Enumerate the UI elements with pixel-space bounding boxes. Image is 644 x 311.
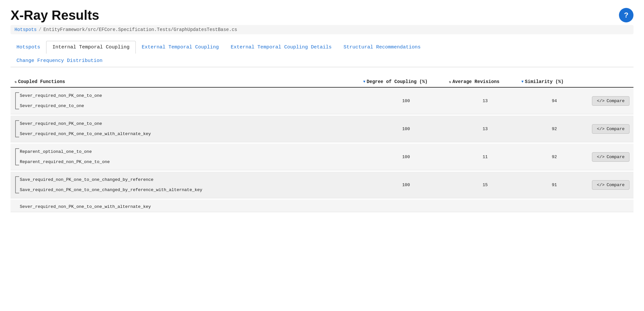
breadcrumb-current-path: EntityFramework/src/EFCore.Specification…: [44, 27, 237, 32]
coupled-functions-cell-4: Save_required_non_PK_one_to_one_changed_…: [15, 176, 363, 193]
breadcrumb-separator: /: [39, 27, 41, 32]
table-row-truncated: Sever_required_non_PK_one_to_one_with_al…: [11, 200, 633, 212]
coupled-functions-cell-2: Sever_required_non_PK_one_to_one Sever_r…: [15, 120, 363, 137]
col-label-degree: Degree of Coupling (%): [367, 79, 428, 84]
fn-name-2b: Sever_required_non_PK_one_to_one_with_al…: [20, 130, 363, 137]
table-row: Sever_required_non_PK_one_to_one Sever_r…: [11, 116, 633, 142]
bracket-icon: [15, 148, 19, 165]
degree-cell-4: 100: [363, 183, 449, 187]
col-label-coupled-functions: Coupled Functions: [18, 79, 65, 84]
col-label-similarity: Similarity (%): [525, 79, 564, 84]
compare-code-icon-4: </>: [597, 183, 604, 187]
tabs-container: Hotspots Internal Temporal Coupling Exte…: [11, 41, 633, 67]
degree-cell-2: 100: [363, 127, 449, 131]
compare-button-1[interactable]: </> Compare: [592, 96, 629, 106]
fn-name-2a: Sever_required_non_PK_one_to_one: [20, 120, 363, 127]
compare-button-2[interactable]: </> Compare: [592, 124, 629, 134]
tab-external-temporal-coupling[interactable]: External Temporal Coupling: [136, 41, 225, 53]
col-header-coupled-functions[interactable]: ⇅ Coupled Functions: [15, 79, 363, 84]
tab-hotspots[interactable]: Hotspots: [11, 41, 46, 53]
sort-icon-similarity: ▼: [521, 80, 524, 84]
table-row: Reparent_optional_one_to_one Reparent_re…: [11, 144, 633, 170]
table-row: Sever_required_non_PK_one_to_one Sever_r…: [11, 88, 633, 114]
degree-cell-1: 100: [363, 99, 449, 103]
col-label-revisions: Average Revisions: [453, 79, 500, 84]
compare-cell-2: </> Compare: [587, 124, 633, 134]
col-header-similarity[interactable]: ▼ Similarity (%): [521, 79, 587, 84]
bracket-icon: [15, 92, 19, 109]
similarity-cell-1: 94: [521, 99, 587, 103]
tab-external-temporal-coupling-details[interactable]: External Temporal Coupling Details: [225, 41, 337, 53]
col-header-revisions[interactable]: ⇅ Average Revisions: [449, 79, 521, 84]
similarity-cell-2: 92: [521, 127, 587, 131]
bracket-icon: [15, 176, 19, 193]
coupled-functions-cell-3: Reparent_optional_one_to_one Reparent_re…: [15, 148, 363, 165]
degree-cell-3: 100: [363, 155, 449, 159]
tabs-row-2: Change Frequency Distribution: [11, 53, 633, 67]
fn-name-4a: Save_required_non_PK_one_to_one_changed_…: [20, 176, 363, 183]
sort-icon-revisions: ⇅: [449, 80, 451, 84]
col-header-degree[interactable]: ▼ Degree of Coupling (%): [363, 79, 449, 84]
breadcrumb-hotspots-link[interactable]: Hotspots: [15, 27, 37, 32]
fn-name-1b: Sever_required_one_to_one: [20, 102, 363, 109]
sort-icon-degree: ▼: [363, 80, 366, 84]
compare-button-3[interactable]: </> Compare: [592, 152, 629, 162]
similarity-cell-3: 92: [521, 155, 587, 159]
tab-internal-temporal-coupling[interactable]: Internal Temporal Coupling: [46, 41, 136, 54]
tab-change-frequency-distribution[interactable]: Change Frequency Distribution: [11, 55, 108, 67]
breadcrumb: Hotspots / EntityFramework/src/EFCore.Sp…: [11, 25, 633, 34]
fn-name-truncated: Sever_required_non_PK_one_to_one_with_al…: [20, 204, 151, 209]
sort-icon-coupled: ⇅: [15, 80, 17, 84]
compare-label-3: Compare: [606, 155, 625, 159]
compare-label-4: Compare: [606, 183, 625, 187]
compare-cell-4: </> Compare: [587, 180, 633, 190]
coupled-functions-cell-1: Sever_required_non_PK_one_to_one Sever_r…: [15, 92, 363, 109]
fn-name-3b: Reparent_required_non_PK_one_to_one: [20, 158, 363, 165]
revisions-cell-4: 15: [449, 183, 521, 187]
table-header: ⇅ Coupled Functions ▼ Degree of Coupling…: [11, 76, 633, 88]
compare-code-icon-2: </>: [597, 127, 604, 131]
similarity-cell-4: 91: [521, 183, 587, 187]
compare-label-1: Compare: [606, 99, 625, 103]
help-button[interactable]: ?: [619, 8, 633, 22]
table-row: Save_required_non_PK_one_to_one_changed_…: [11, 172, 633, 198]
fn-name-1a: Sever_required_non_PK_one_to_one: [20, 92, 363, 99]
tabs-row-1: Hotspots Internal Temporal Coupling Exte…: [11, 41, 633, 53]
compare-label-2: Compare: [606, 127, 625, 131]
compare-cell-3: </> Compare: [587, 152, 633, 162]
bracket-icon: [15, 120, 19, 137]
compare-cell-1: </> Compare: [587, 96, 633, 106]
fn-name-3a: Reparent_optional_one_to_one: [20, 148, 363, 155]
tab-structural-recommendations[interactable]: Structural Recommendations: [337, 41, 426, 53]
compare-code-icon-1: </>: [597, 99, 604, 103]
revisions-cell-1: 13: [449, 99, 521, 103]
revisions-cell-2: 13: [449, 127, 521, 131]
page-title: X-Ray Results: [11, 8, 99, 22]
revisions-cell-3: 11: [449, 155, 521, 159]
compare-code-icon-3: </>: [597, 155, 604, 159]
fn-name-4b: Save_required_non_PK_one_to_one_changed_…: [20, 186, 363, 193]
compare-button-4[interactable]: </> Compare: [592, 180, 629, 190]
data-table: ⇅ Coupled Functions ▼ Degree of Coupling…: [11, 76, 633, 212]
